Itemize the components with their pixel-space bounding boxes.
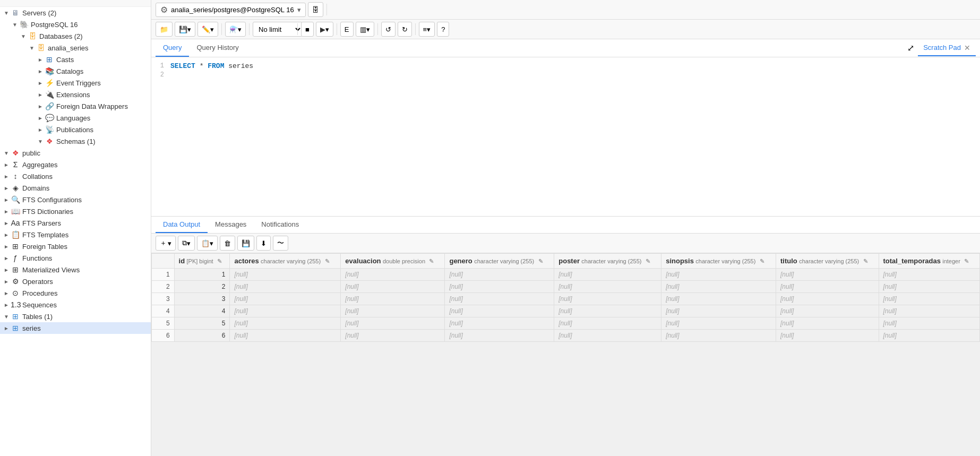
delete-rows-button[interactable]: 🗑 — [220, 236, 235, 251]
toggle-sequences[interactable]: ► — [2, 302, 11, 308]
col-edit-genero[interactable]: ✎ — [538, 258, 543, 264]
run-dropdown-icon[interactable]: ▾ — [325, 25, 329, 33]
cell-poster-row3[interactable]: [null] — [554, 293, 661, 305]
tab-messages[interactable]: Messages — [208, 217, 254, 233]
cell-genero-row2[interactable]: [null] — [445, 281, 554, 293]
copy-rows-button[interactable]: ⧉ ▾ — [178, 236, 195, 251]
toggle-databases[interactable]: ▼ — [19, 33, 28, 39]
tree-item-functions[interactable]: ►ƒFunctions — [0, 252, 151, 264]
tree-item-public[interactable]: ▼❖public — [0, 147, 151, 159]
tree-item-aggregates[interactable]: ►ΣAggregates — [0, 159, 151, 170]
cell-sinopsis-row5[interactable]: [null] — [661, 317, 776, 330]
format-button[interactable]: ≡ ▾ — [419, 22, 435, 37]
col-edit-sinopsis[interactable]: ✎ — [760, 258, 764, 264]
tree-item-extensions[interactable]: ►🔌Extensions — [0, 89, 151, 100]
tree-item-schemas[interactable]: ▼❖Schemas (1) — [0, 135, 151, 147]
toggle-domains[interactable]: ► — [2, 185, 11, 191]
tree-item-domains[interactable]: ►◈Domains — [0, 182, 151, 194]
toggle-public[interactable]: ▼ — [2, 150, 11, 156]
open-file-button[interactable]: 📁 — [156, 22, 173, 37]
cell-evaluacion-row5[interactable]: [null] — [341, 317, 445, 330]
limit-selector[interactable]: No limit 1000 rows 500 rows 100 rows 50 … — [253, 22, 303, 37]
toggle-pg16[interactable]: ▼ — [11, 22, 19, 28]
tree-item-series[interactable]: ►⊞series — [0, 322, 151, 334]
cell-total_temporadas-row6[interactable]: [null] — [879, 330, 980, 342]
explain-dropdown-icon[interactable]: ▾ — [366, 25, 370, 33]
cell-id-row1[interactable]: 1 — [174, 269, 230, 281]
paste-dropdown[interactable]: ▾ — [210, 239, 213, 247]
filter-button[interactable]: ⚗️ ▾ — [225, 22, 246, 37]
cell-titulo-row6[interactable]: [null] — [776, 330, 879, 342]
table-row[interactable]: 44[null][null][null][null][null][null][n… — [152, 305, 980, 317]
toggle-extensions[interactable]: ► — [36, 92, 45, 98]
run-button[interactable]: ▶ ▾ — [316, 22, 333, 37]
table-row[interactable]: 66[null][null][null][null][null][null][n… — [152, 330, 980, 342]
scratch-pad-tab[interactable]: Scratch Pad ✕ — [918, 40, 976, 56]
format-dropdown-icon[interactable]: ▾ — [427, 25, 431, 33]
cell-actores-row6[interactable]: [null] — [230, 330, 341, 342]
explain-analyze-button[interactable]: ▥ ▾ — [356, 22, 374, 37]
toggle-tables[interactable]: ▼ — [2, 314, 11, 320]
explain-button[interactable]: E — [340, 22, 354, 37]
table-row[interactable]: 11[null][null][null][null][null][null][n… — [152, 269, 980, 281]
paste-rows-button[interactable]: 📋 ▾ — [197, 236, 218, 251]
tab-data-output[interactable]: Data Output — [156, 217, 208, 233]
save-file-button[interactable]: 💾 ▾ — [175, 22, 195, 37]
cell-total_temporadas-row1[interactable]: [null] — [879, 269, 980, 281]
tree-item-materialized_views[interactable]: ►⊞Materialized Views — [0, 264, 151, 276]
tree-item-fts_parsers[interactable]: ►AaFTS Parsers — [0, 217, 151, 229]
cell-evaluacion-row3[interactable]: [null] — [341, 293, 445, 305]
cell-total_temporadas-row2[interactable]: [null] — [879, 281, 980, 293]
cell-total_temporadas-row4[interactable]: [null] — [879, 305, 980, 317]
cell-id-row3[interactable]: 3 — [174, 293, 230, 305]
tab-notifications[interactable]: Notifications — [254, 217, 306, 233]
cell-id-row2[interactable]: 2 — [174, 281, 230, 293]
cell-id-row5[interactable]: 5 — [174, 317, 230, 330]
cell-genero-row6[interactable]: [null] — [445, 330, 554, 342]
cell-poster-row5[interactable]: [null] — [554, 317, 661, 330]
tree-item-servers[interactable]: ▼🖥Servers (2) — [0, 7, 151, 19]
tree-item-casts[interactable]: ►⊞Casts — [0, 54, 151, 65]
connection-selector[interactable]: ⚙ analia_series/postgres@PostgreSQL 16 ▾ — [156, 3, 306, 17]
edit-dropdown-icon[interactable]: ▾ — [210, 25, 214, 33]
col-edit-titulo[interactable]: ✎ — [863, 258, 868, 264]
tree-item-publications[interactable]: ►📡Publications — [0, 124, 151, 135]
tree-item-procedures[interactable]: ►⊙Procedures — [0, 287, 151, 299]
col-edit-evaluacion[interactable]: ✎ — [429, 258, 434, 264]
tree-item-languages[interactable]: ►💬Languages — [0, 112, 151, 124]
cell-total_temporadas-row5[interactable]: [null] — [879, 317, 980, 330]
tree-item-pg16[interactable]: ▼🐘PostgreSQL 16 — [0, 19, 151, 30]
cell-actores-row4[interactable]: [null] — [230, 305, 341, 317]
editor-area[interactable]: 1 SELECT * FROM series 2 — [151, 57, 980, 217]
toggle-fts_templates[interactable]: ► — [2, 232, 11, 238]
graph-button[interactable]: 〜 — [273, 236, 288, 251]
tree-item-sequences[interactable]: ►1.3Sequences — [0, 299, 151, 311]
cell-titulo-row1[interactable]: [null] — [776, 269, 879, 281]
cell-genero-row3[interactable]: [null] — [445, 293, 554, 305]
cell-genero-row4[interactable]: [null] — [445, 305, 554, 317]
cell-genero-row5[interactable]: [null] — [445, 317, 554, 330]
help-button[interactable]: ? — [437, 22, 449, 37]
cell-id-row4[interactable]: 4 — [174, 305, 230, 317]
col-edit-id[interactable]: ✎ — [217, 258, 222, 264]
add-row-dropdown[interactable]: ▾ — [168, 239, 171, 247]
toggle-fts_configs[interactable]: ► — [2, 197, 11, 203]
tab-query-history[interactable]: Query History — [189, 39, 246, 57]
cell-poster-row1[interactable]: [null] — [554, 269, 661, 281]
tree-item-analia_series[interactable]: ▼🗄analia_series — [0, 42, 151, 54]
tree-item-foreign_tables[interactable]: ►⊞Foreign Tables — [0, 240, 151, 252]
col-edit-poster[interactable]: ✎ — [646, 258, 650, 264]
cell-id-row6[interactable]: 6 — [174, 330, 230, 342]
cell-actores-row1[interactable]: [null] — [230, 269, 341, 281]
toggle-languages[interactable]: ► — [36, 115, 45, 121]
toggle-schemas[interactable]: ▼ — [36, 139, 45, 144]
tree-item-foreign_data_wrappers[interactable]: ►🔗Foreign Data Wrappers — [0, 100, 151, 112]
connection-dropdown-icon[interactable]: ▾ — [297, 6, 301, 14]
toggle-fts_dicts[interactable]: ► — [2, 209, 11, 214]
tree-item-fts_templates[interactable]: ►📋FTS Templates — [0, 229, 151, 240]
save-data-button[interactable]: 💾 — [237, 236, 254, 251]
cell-actores-row3[interactable]: [null] — [230, 293, 341, 305]
toggle-publications[interactable]: ► — [36, 127, 45, 133]
tree-item-fts_configs[interactable]: ►🔍FTS Configurations — [0, 194, 151, 205]
cell-titulo-row2[interactable]: [null] — [776, 281, 879, 293]
